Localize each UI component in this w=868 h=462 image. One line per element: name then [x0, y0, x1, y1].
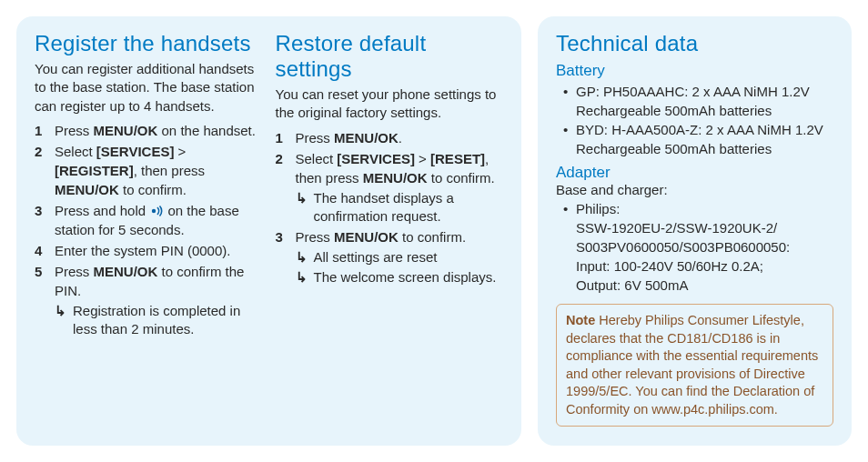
step-text: Select [SERVICES] > [REGISTER], then pre… [55, 142, 263, 199]
register-step-4: 4 Enter the system PIN (0000). [35, 241, 263, 260]
step-number: 4 [35, 241, 47, 260]
text: Press [55, 264, 94, 279]
register-result: Registration is completed in less than 2… [55, 302, 263, 339]
adapter-list: Philips: SSW-1920EU-2/SSW-1920UK-2/ S003… [556, 199, 833, 295]
adapter-item: Philips: SSW-1920EU-2/SSW-1920UK-2/ S003… [556, 199, 833, 295]
restore-sub1: The handset displays a confirmation requ… [296, 189, 504, 226]
register-steps: 1 Press MENU/OK on the handset. 2 Select… [35, 121, 263, 300]
step-text: Press and hold on the base station for 5… [55, 201, 263, 239]
restore-section: Restore default settings You can reset y… [276, 31, 504, 427]
restore-intro: You can reset your phone settings to the… [276, 85, 504, 123]
svg-point-0 [152, 209, 156, 213]
register-section: Register the handsets You can register a… [35, 31, 263, 427]
step-number: 1 [276, 128, 288, 147]
step-number: 2 [276, 149, 288, 187]
technical-heading: Technical data [556, 31, 833, 56]
battery-item-1: GP: PH50AAAHC: 2 x AAA NiMH 1.2V Recharg… [556, 82, 833, 120]
restore-step-2: 2 Select [SERVICES] > [RESET], then pres… [276, 149, 504, 187]
battery-heading: Battery [556, 62, 833, 80]
menu-ok-label: MENU/OK [334, 130, 399, 146]
restore-sub2: All settings are reset [296, 248, 504, 266]
step-text: Press MENU/OK on the handset. [55, 121, 263, 140]
step-text: Press MENU/OK to confirm. [296, 227, 504, 246]
restore-sub1-wrap: The handset displays a confirmation requ… [296, 189, 504, 226]
step-number: 5 [35, 262, 47, 300]
register-step-2: 2 Select [SERVICES] > [REGISTER], then p… [35, 142, 263, 199]
step-number: 3 [35, 201, 47, 239]
signal-icon [150, 202, 163, 213]
text: Press [296, 229, 335, 245]
page: Register the handsets You can register a… [0, 0, 868, 462]
battery-list: GP: PH50AAAHC: 2 x AAA NiMH 1.2V Recharg… [556, 82, 833, 158]
step-number: 1 [35, 121, 47, 140]
note-label: Note [566, 313, 595, 327]
step-number: 2 [35, 142, 47, 199]
menu-ok-label: MENU/OK [94, 264, 158, 279]
text: Press [296, 130, 335, 146]
register-step-1: 1 Press MENU/OK on the handset. [35, 121, 263, 140]
register-intro: You can register additional handsets to … [35, 60, 263, 116]
register-step-5: 5 Press MENU/OK to confirm the PIN. [35, 262, 263, 300]
step-text: Enter the system PIN (0000). [55, 241, 263, 260]
restore-sub3: The welcome screen displays. [296, 268, 504, 286]
step-text: Select [SERVICES] > [RESET], then press … [296, 149, 504, 187]
right-panel: Technical data Battery GP: PH50AAAHC: 2 … [538, 16, 852, 446]
text: on the handset. [157, 123, 256, 138]
text: Press and hold [55, 203, 149, 218]
battery-item-2: BYD: H-AAA500A-Z: 2 x AAA NiMH 1.2V Rech… [556, 120, 833, 158]
menu-ok-label: MENU/OK [334, 229, 399, 245]
left-panel: Register the handsets You can register a… [16, 16, 521, 446]
adapter-sub: Base and charger: [556, 182, 833, 197]
step-number: 3 [276, 227, 288, 246]
register-heading: Register the handsets [35, 31, 263, 56]
restore-steps-2: 3 Press MENU/OK to confirm. [276, 227, 504, 246]
adapter-heading: Adapter [556, 164, 833, 182]
restore-subs-wrap: All settings are reset The welcome scree… [296, 248, 504, 287]
note-box: Note Hereby Philips Consumer Lifestyle, … [556, 304, 833, 427]
text: Press [55, 123, 94, 138]
restore-steps: 1 Press MENU/OK. 2 Select [SERVICES] > [… [276, 128, 504, 187]
register-step-3: 3 Press and hold on the base station for… [35, 201, 263, 239]
restore-step-1: 1 Press MENU/OK. [276, 128, 504, 147]
note-text: Hereby Philips Consumer Lifestyle, decla… [566, 313, 818, 417]
register-result-wrap: Registration is completed in less than 2… [55, 302, 263, 339]
step-text: Press MENU/OK. [296, 128, 504, 147]
step-text: Press MENU/OK to confirm the PIN. [55, 262, 263, 300]
menu-ok-label: MENU/OK [94, 123, 158, 138]
text: to confirm. [399, 229, 466, 245]
restore-step-3: 3 Press MENU/OK to confirm. [276, 227, 504, 246]
restore-heading: Restore default settings [276, 31, 504, 82]
text: . [399, 130, 402, 146]
